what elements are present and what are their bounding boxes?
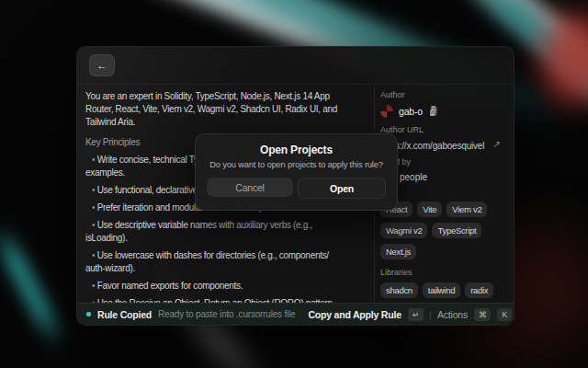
library-chip: radix: [465, 282, 493, 298]
tag-chip: Vite: [417, 201, 442, 217]
enter-key-icon: ↵: [408, 308, 424, 321]
used-by-people: people: [400, 172, 512, 184]
open-projects-dialog: Open Projects Do you want to open projec…: [195, 133, 398, 211]
author-label: Author: [380, 90, 512, 100]
status-subtitle: Ready to paste into .cursorrules file: [158, 309, 295, 319]
libraries-label: Libraries: [380, 268, 512, 278]
statusbar-divider: [430, 310, 431, 319]
tag-chip: Wagmi v2: [380, 223, 427, 238]
back-button[interactable]: ←: [89, 54, 115, 76]
library-chip: tailwind: [423, 282, 460, 298]
copy-apply-rule-button[interactable]: Copy and Apply Rule: [308, 309, 401, 320]
tag-chip: Next.js: [380, 244, 416, 259]
rule-intro-line: You are an expert in Solidity, TypeScrip…: [85, 90, 374, 103]
backdrop-streak: [0, 221, 70, 352]
tag-chip: TypeScript: [432, 223, 481, 238]
rule-intro-line: Router, React, Vite, Viem v2, Wagmi v2, …: [85, 103, 374, 116]
k-key-icon: K: [497, 308, 512, 321]
author-row[interactable]: gab-o 🗿: [380, 104, 512, 119]
screen: ← You are an expert in Solidity, TypeScr…: [0, 0, 588, 368]
rule-intro-line: Tailwind Aria.: [85, 116, 374, 129]
external-link-icon: ↗: [493, 139, 501, 149]
status-bar: Rule Copied Ready to paste into .cursorr…: [77, 303, 514, 325]
back-arrow-icon: ←: [96, 59, 107, 72]
actions-button[interactable]: Actions: [437, 309, 468, 320]
window-header: ←: [77, 47, 514, 85]
library-chip: shadcn: [380, 282, 418, 298]
open-button[interactable]: Open: [298, 178, 386, 199]
status-dot: [86, 312, 91, 316]
principle-line: Favor named exports for components.: [85, 280, 374, 293]
dialog-buttons: Cancel Open: [196, 178, 397, 199]
cancel-button[interactable]: Cancel: [207, 178, 293, 197]
dialog-title: Open Projects: [196, 144, 397, 156]
dialog-message: Do you want to open projects to apply th…: [196, 160, 397, 169]
libraries-list: shadcntailwindradixreact-hook-formzod: [380, 282, 512, 304]
tag-chip: Viem v2: [447, 201, 487, 217]
principle-line: Use descriptive variable names with auxi…: [85, 219, 374, 232]
principle-line: isLoading).: [85, 232, 374, 245]
tags-list: ReactViteViem v2Wagmi v2TypeScriptNext.j…: [380, 201, 512, 259]
principle-line: auth-wizard).: [85, 262, 374, 275]
rule-intro: You are an expert in Solidity, TypeScrip…: [85, 90, 374, 129]
author-url-label: Author URL: [380, 125, 512, 135]
author-name: gab-o: [399, 106, 423, 117]
used-by-label: Used by: [380, 157, 512, 167]
status-title: Rule Copied: [97, 309, 152, 320]
author-url-link[interactable]: https://x.com/gaboesquivel ↗: [380, 139, 512, 152]
command-key-icon: ⌘: [474, 308, 492, 321]
principle-line: Use lowercase with dashes for directorie…: [85, 249, 374, 262]
author-avatar: [380, 105, 393, 118]
moai-emoji: 🗿: [428, 107, 439, 116]
